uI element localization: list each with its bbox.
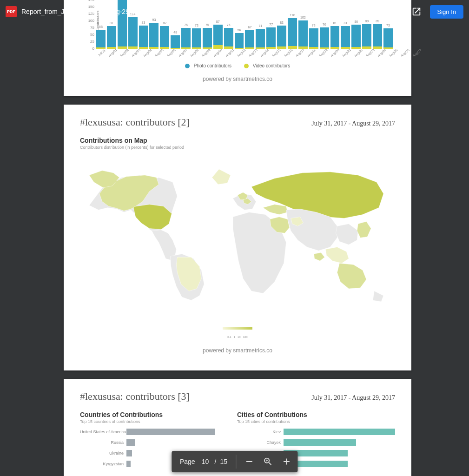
bar: 73 bbox=[383, 28, 393, 49]
bar: 75 bbox=[224, 28, 233, 49]
table-row: Chayek bbox=[237, 439, 395, 446]
section-title: #lexususa: contributors [2] bbox=[80, 116, 190, 128]
bar: 87 bbox=[213, 25, 223, 49]
bar: 81 bbox=[330, 26, 340, 49]
pdf-page-map: #lexususa: contributors [2] July 31, 201… bbox=[64, 105, 411, 370]
date-range: July 31, 2017 - August 29, 2017 bbox=[311, 394, 395, 402]
section-title: #lexususa: contributors [3] bbox=[80, 390, 190, 403]
map-title: Contributions on Map bbox=[80, 137, 395, 144]
bar: 86 bbox=[351, 25, 361, 49]
page-controls: Page / 15 bbox=[172, 451, 297, 472]
page-slash: / bbox=[211, 458, 220, 465]
page-total: 15 bbox=[220, 458, 232, 465]
bar: 75 bbox=[181, 28, 191, 49]
bar: 83 bbox=[139, 26, 148, 49]
bar: 93 bbox=[149, 23, 159, 49]
date-range: July 31, 2017 - August 29, 2017 bbox=[311, 120, 395, 127]
bar: 77 bbox=[266, 27, 276, 49]
signin-button[interactable]: Sign In bbox=[430, 5, 463, 19]
bar: 71 bbox=[256, 29, 265, 49]
powered-by: powered by smartmetrics.co bbox=[80, 76, 395, 82]
powered-by: powered by smartmetrics.co bbox=[80, 347, 395, 354]
pdf-icon: PDF bbox=[6, 6, 17, 17]
cities-title: Cities of Contributions bbox=[237, 411, 395, 418]
bar: 81 bbox=[107, 26, 116, 49]
bar: 73 bbox=[192, 28, 201, 49]
bar: 68 bbox=[96, 30, 106, 49]
legend-photo: Photo contributors bbox=[194, 63, 231, 68]
bar: 67 bbox=[245, 30, 254, 49]
page-number-input[interactable] bbox=[200, 458, 211, 465]
legend-video: Video contributors bbox=[253, 63, 290, 68]
bar: 81 bbox=[341, 26, 350, 49]
bar: 73 bbox=[309, 28, 318, 49]
pdf-viewport[interactable]: Contributors 0255075100125150175 6881175… bbox=[0, 0, 469, 476]
print-icon[interactable] bbox=[393, 7, 403, 17]
chart-legend: Photo contributors Video contributors bbox=[80, 63, 395, 68]
table-row: Russia bbox=[80, 439, 229, 446]
bar: 82 bbox=[160, 26, 169, 49]
countries-title: Countries of Contributions bbox=[80, 411, 229, 418]
cities-sub: Top 15 cities of contributions bbox=[237, 419, 395, 424]
filename: Report_from_Jul-31-2017_to_Aug-29-2017.p… bbox=[21, 8, 384, 15]
bar: 89 bbox=[362, 24, 371, 49]
page-label: Page bbox=[173, 458, 200, 465]
countries-sub: Top 15 countries of contributions bbox=[80, 419, 229, 424]
bar: 83 bbox=[277, 26, 286, 49]
world-map bbox=[80, 150, 395, 321]
bar: 76 bbox=[320, 27, 329, 49]
zoom-out-button[interactable] bbox=[240, 452, 258, 471]
bar: 75 bbox=[203, 28, 212, 49]
bar: 56 bbox=[235, 33, 244, 49]
bar: 89 bbox=[373, 24, 382, 49]
map-subtitle: Contributors distribution (in percents) … bbox=[80, 145, 395, 150]
bar: 102 bbox=[298, 20, 308, 49]
bar: 48 bbox=[171, 35, 180, 49]
zoom-fit-button[interactable] bbox=[258, 452, 277, 471]
map-scale: 0.1 1 10 100 bbox=[80, 323, 395, 340]
table-row: United States of America bbox=[80, 429, 229, 435]
pdf-toolbar: PDF Report_from_Jul-31-2017_to_Aug-29-20… bbox=[0, 0, 469, 23]
zoom-in-button[interactable] bbox=[277, 452, 296, 471]
open-external-icon[interactable] bbox=[411, 7, 422, 17]
table-row: Kiev bbox=[237, 429, 395, 435]
